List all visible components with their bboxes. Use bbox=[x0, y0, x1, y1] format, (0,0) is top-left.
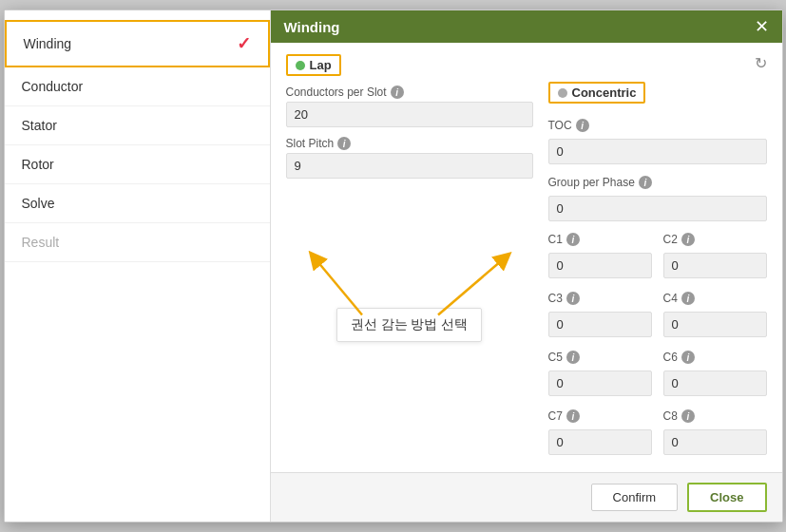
lap-radio-row: Lap bbox=[286, 54, 533, 76]
sidebar: Winding ✓ Conductor Stator Rotor Solve R… bbox=[5, 10, 271, 522]
slot-pitch-info-icon[interactable]: i bbox=[337, 137, 351, 150]
group-per-phase-info-icon[interactable]: i bbox=[639, 176, 652, 189]
c5-info-icon[interactable]: i bbox=[566, 351, 580, 364]
sidebar-item-conductor[interactable]: Conductor bbox=[5, 67, 270, 106]
dialog-header: Winding ✕ bbox=[271, 10, 782, 43]
sidebar-item-solve-label: Solve bbox=[22, 196, 55, 211]
footer: Confirm Close bbox=[271, 472, 782, 522]
c2-info-icon[interactable]: i bbox=[681, 233, 695, 246]
group-per-phase-input[interactable] bbox=[548, 196, 767, 221]
c7-info-icon[interactable]: i bbox=[566, 409, 580, 423]
slot-pitch-group: Slot Pitch i bbox=[286, 137, 533, 179]
main-panel: Winding ✕ Lap Conductors per Slot bbox=[271, 10, 782, 522]
concentric-radio-label: Concentric bbox=[572, 86, 637, 100]
concentric-radio-row: Concentric bbox=[548, 82, 767, 104]
right-column: ↻ Concentric TOC i bbox=[548, 54, 767, 461]
sidebar-item-rotor-label: Rotor bbox=[22, 157, 54, 172]
sidebar-item-result-label: Result bbox=[22, 235, 60, 250]
slot-pitch-label: Slot Pitch i bbox=[286, 137, 533, 150]
sidebar-item-rotor[interactable]: Rotor bbox=[5, 145, 270, 184]
sidebar-item-stator[interactable]: Stator bbox=[5, 106, 270, 145]
c4-info-icon[interactable]: i bbox=[681, 292, 695, 305]
c3-group: C3 i bbox=[548, 292, 652, 337]
c1-group: C1 i bbox=[548, 233, 652, 278]
c4-input[interactable] bbox=[663, 312, 767, 337]
c-fields-grid: C1 i C2 i C3 bbox=[548, 233, 767, 461]
toc-info-icon[interactable]: i bbox=[576, 119, 589, 132]
lap-radio-box[interactable]: Lap bbox=[286, 54, 341, 76]
c6-input[interactable] bbox=[663, 370, 767, 396]
sidebar-item-winding[interactable]: Winding ✓ bbox=[5, 20, 270, 67]
c3-info-icon[interactable]: i bbox=[566, 292, 580, 305]
close-button[interactable]: Close bbox=[687, 483, 766, 512]
sidebar-item-winding-label: Winding bbox=[24, 36, 72, 51]
confirm-button[interactable]: Confirm bbox=[591, 484, 679, 511]
c2-group: C2 i bbox=[663, 233, 767, 278]
c8-input[interactable] bbox=[663, 429, 767, 455]
left-column: Lap Conductors per Slot i Slot Pitch i bbox=[286, 54, 533, 461]
c7-group: C7 i bbox=[548, 409, 652, 455]
c8-group: C8 i bbox=[663, 409, 767, 455]
dialog-close-button[interactable]: ✕ bbox=[755, 18, 769, 35]
c1-input[interactable] bbox=[548, 253, 652, 278]
c4-group: C4 i bbox=[663, 292, 767, 337]
toc-input[interactable] bbox=[548, 139, 767, 164]
annotation-text: 권선 감는 방법 선택 bbox=[336, 308, 483, 342]
check-icon: ✓ bbox=[237, 33, 251, 54]
sidebar-item-conductor-label: Conductor bbox=[22, 79, 84, 94]
content-area: Lap Conductors per Slot i Slot Pitch i bbox=[271, 43, 782, 472]
c2-input[interactable] bbox=[663, 253, 767, 278]
toc-group: TOC i bbox=[548, 119, 767, 164]
c3-input[interactable] bbox=[548, 312, 652, 337]
conductors-per-slot-input[interactable] bbox=[286, 102, 533, 127]
annotation-area: 권선 감는 방법 선택 bbox=[286, 188, 533, 461]
svg-line-2 bbox=[315, 258, 362, 315]
c6-group: C6 i bbox=[663, 351, 767, 396]
sidebar-item-result: Result bbox=[5, 223, 270, 262]
sidebar-item-solve[interactable]: Solve bbox=[5, 184, 270, 223]
concentric-radio-box[interactable]: Concentric bbox=[548, 82, 646, 104]
c1-info-icon[interactable]: i bbox=[566, 233, 580, 246]
right-top-row: ↻ bbox=[548, 54, 767, 72]
conductors-per-slot-group: Conductors per Slot i bbox=[286, 86, 533, 127]
c5-input[interactable] bbox=[548, 370, 652, 396]
c6-info-icon[interactable]: i bbox=[681, 351, 695, 364]
c7-input[interactable] bbox=[548, 429, 652, 455]
dialog: Winding ✓ Conductor Stator Rotor Solve R… bbox=[4, 10, 783, 522]
sidebar-item-stator-label: Stator bbox=[22, 118, 57, 133]
lap-radio-dot bbox=[296, 61, 305, 70]
concentric-radio-dot bbox=[558, 88, 567, 98]
refresh-button[interactable]: ↻ bbox=[755, 54, 767, 72]
c5-group: C5 i bbox=[548, 351, 652, 396]
conductors-per-slot-label: Conductors per Slot i bbox=[286, 86, 533, 99]
group-per-phase-group: Group per Phase i bbox=[548, 176, 767, 221]
lap-radio-label: Lap bbox=[310, 58, 332, 72]
conductors-per-slot-info-icon[interactable]: i bbox=[391, 86, 404, 99]
svg-line-3 bbox=[438, 258, 505, 315]
dialog-title: Winding bbox=[284, 19, 340, 35]
c8-info-icon[interactable]: i bbox=[681, 409, 695, 423]
slot-pitch-input[interactable] bbox=[286, 153, 533, 179]
